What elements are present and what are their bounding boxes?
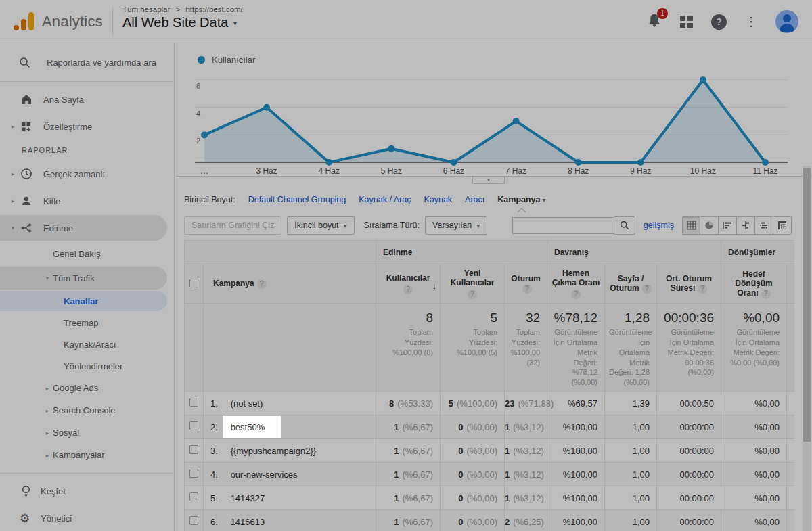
overflow-menu-button[interactable]: ⋮ <box>745 14 757 29</box>
secondary-dimension-button[interactable]: İkincil boyut ▾ <box>287 216 354 235</box>
svg-text:6: 6 <box>196 82 200 90</box>
help-icon[interactable]: ? <box>257 279 267 289</box>
breadcrumb-property[interactable]: https://best.com/ <box>185 5 242 14</box>
help-icon[interactable]: ? <box>761 289 771 298</box>
help-icon[interactable]: ? <box>698 284 707 294</box>
campaign-name: 1414327 <box>231 493 265 503</box>
help-icon[interactable]: ? <box>571 290 581 299</box>
cell-new-users: 0(%0,00) <box>441 439 505 463</box>
scrollbar-thumb[interactable] <box>803 168 811 442</box>
term-cloud-view-button[interactable] <box>755 216 773 235</box>
sidebar-item-all-traffic[interactable]: ▾ Tüm Trafik <box>0 266 174 290</box>
row-checkbox[interactable] <box>189 398 198 407</box>
chevron-right-icon: ▸ <box>43 452 51 459</box>
cell-goal-rate: %0,00 <box>721 486 787 510</box>
cell-users: 8(%53,33) <box>376 392 441 415</box>
chevron-down-icon: ▾ <box>476 222 480 229</box>
column-goal-rate[interactable]: Hedef Dönüşüm Oranı? <box>721 264 787 304</box>
table-search-button[interactable] <box>614 216 635 235</box>
sidebar-item-audience[interactable]: ▸ Kitle <box>0 187 174 214</box>
sidebar-item-treemap[interactable]: Treemap <box>0 312 174 333</box>
help-button[interactable]: ? <box>711 14 727 30</box>
cell-new-users: 0(%0,00) <box>441 486 505 510</box>
analytics-logo[interactable]: Analytics <box>12 11 103 31</box>
acquisition-icon <box>20 222 34 234</box>
avatar[interactable] <box>775 10 798 33</box>
dimension-link-source[interactable]: Kaynak <box>424 195 452 204</box>
view-toggle-group <box>682 216 792 235</box>
sidebar-item-discover[interactable]: Keşfet <box>0 478 174 505</box>
cell-duration: 00:00:50 <box>657 392 721 415</box>
help-icon[interactable]: ? <box>468 290 477 299</box>
percentage-view-button[interactable] <box>700 216 719 235</box>
breadcrumb-account[interactable]: Tüm hesaplar <box>122 5 170 14</box>
table-search-input[interactable] <box>512 217 614 234</box>
dimension-link-source-medium[interactable]: Kaynak / Araç <box>359 195 411 204</box>
comparison-view-button[interactable] <box>737 216 755 235</box>
advanced-filter-link[interactable]: gelişmiş <box>644 221 674 230</box>
cell-truncated: 0 <box>787 439 794 463</box>
main-content: Kullanıcılar 246 …3 Haz4 Haz5 Haz6 Haz7 … <box>176 43 812 531</box>
sidebar-item-campaigns[interactable]: ▸ Kampanyalar <box>0 444 174 466</box>
cell-duration: 00:00:00 <box>657 463 721 486</box>
sidebar-item-source-medium[interactable]: Kaynak/Aracı <box>0 333 174 355</box>
help-icon[interactable]: ? <box>522 284 532 294</box>
column-sessions[interactable]: Oturum? <box>505 264 547 304</box>
x-tick-label: 9 Haz <box>617 166 664 176</box>
total-sessions: 32 Toplam Yüzdesi: %100,00 (32) <box>505 304 547 392</box>
sidebar-search[interactable]: Raporlarda ve yardımda ara <box>0 43 174 81</box>
breadcrumb[interactable]: Tüm hesaplar > https://best.com/ <box>122 5 243 14</box>
column-users[interactable]: Kullanıcılar ? ↓ <box>376 264 441 304</box>
sidebar-item-customization[interactable]: ▸ Özelleştirme <box>0 113 174 140</box>
apps-grid-button[interactable] <box>680 16 693 28</box>
column-bounce-rate[interactable]: Hemen Çıkma Oranı ? <box>547 264 605 304</box>
sidebar-item-google-ads[interactable]: ▸ Google Ads <box>0 377 174 399</box>
search-icon <box>19 57 30 68</box>
row-checkbox[interactable] <box>189 469 198 478</box>
table-row: 6. 1416613 1(%6,67) 0(%0,00) 2(%6,25) %1… <box>185 510 795 531</box>
performance-view-button[interactable] <box>719 216 737 235</box>
select-all-checkbox[interactable] <box>189 279 198 287</box>
column-campaign[interactable]: Kampanya? <box>204 264 376 304</box>
sidebar-item-acquisition[interactable]: ▾ Edinme <box>0 214 174 241</box>
sort-type-button[interactable]: Varsayılan ▾ <box>425 216 487 235</box>
sidebar-item-home[interactable]: Ana Sayfa <box>0 86 174 113</box>
dimension-link-default-channel-grouping[interactable]: Default Channel Grouping <box>248 195 346 204</box>
sidebar-item-social[interactable]: ▸ Sosyal <box>0 421 174 444</box>
dimension-link-medium[interactable]: Aracı <box>465 195 484 204</box>
lightbulb-icon <box>20 485 34 497</box>
table-row: 5. 1414327 1(%6,67) 0(%0,00) 1(%3,12) %1… <box>185 486 795 510</box>
reports-section-label: RAPORLAR <box>0 140 174 160</box>
column-pages-session[interactable]: Sayfa / Oturum? <box>605 264 657 304</box>
row-checkbox[interactable] <box>189 492 198 501</box>
plot-rows-button[interactable]: Satırların Grafiğini Çiz <box>184 216 281 235</box>
row-checkbox[interactable] <box>189 516 198 525</box>
notifications-button[interactable]: 1 <box>647 13 662 30</box>
chevron-right-icon: ▸ <box>9 123 17 130</box>
x-tick-label: 8 Haz <box>555 166 602 176</box>
column-avg-duration[interactable]: Ort. Oturum Süresi? <box>657 264 721 304</box>
help-icon[interactable]: ? <box>642 284 652 294</box>
table-view-button[interactable] <box>682 216 700 235</box>
sidebar-item-channels[interactable]: Kanallar <box>0 290 174 312</box>
column-new-users[interactable]: Yeni Kullanıcılar ? <box>441 264 505 304</box>
chart-collapse-button[interactable]: ▼ <box>472 177 505 184</box>
sidebar-item-realtime[interactable]: ▸ Gerçek zamanlı <box>0 160 174 187</box>
row-checkbox[interactable] <box>189 445 198 454</box>
cell-goal-rate: %0,00 <box>721 392 787 415</box>
vertical-scrollbar[interactable] <box>803 166 811 531</box>
column-truncated[interactable]: Ta Sa <box>787 264 794 304</box>
sidebar-item-overview[interactable]: Genel Bakış <box>0 241 174 266</box>
top-app-bar: Analytics Tüm hesaplar > https://best.co… <box>0 0 812 43</box>
total-new-users: 5 Toplam Yüzdesi: %100,00 (5) <box>441 304 505 392</box>
view-selector[interactable]: All Web Site Data ▾ <box>122 15 243 30</box>
row-checkbox[interactable] <box>189 421 198 430</box>
sidebar-item-search-console[interactable]: ▸ Search Console <box>0 399 174 421</box>
sidebar-item-admin[interactable]: ⚙ Yönetici <box>0 505 174 531</box>
pivot-view-button[interactable] <box>773 216 792 235</box>
help-icon[interactable]: ? <box>403 285 413 294</box>
sidebar-item-referrals[interactable]: Yönlendirmeler <box>0 355 174 377</box>
dimension-selected-campaign[interactable]: Kampanya▾ <box>497 195 545 204</box>
svg-text:4: 4 <box>196 110 200 118</box>
term-cloud-icon <box>759 221 769 230</box>
